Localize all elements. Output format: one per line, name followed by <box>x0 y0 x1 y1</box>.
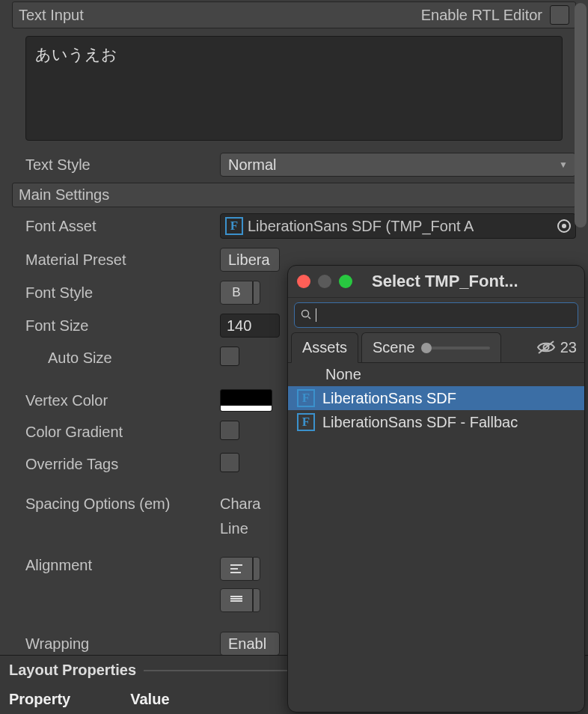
object-picker-icon[interactable] <box>557 219 571 233</box>
text-content-textarea[interactable]: あいうえお <box>25 36 563 141</box>
override-tags-checkbox[interactable] <box>220 453 239 472</box>
material-preset-value: Libera <box>228 251 270 269</box>
list-item-label: None <box>325 366 361 383</box>
list-item-label: LiberationSans SDF <box>322 390 456 407</box>
tab-assets[interactable]: Assets <box>291 332 358 363</box>
text-input-label: Text Input <box>19 7 84 24</box>
list-item-label: LiberationSans SDF - Fallbac <box>322 414 518 431</box>
list-item[interactable]: None <box>288 363 584 386</box>
text-cursor <box>316 308 316 322</box>
enable-rtl-checkbox[interactable] <box>550 5 569 25</box>
font-size-value: 140 <box>227 317 251 335</box>
material-preset-label: Material Preset <box>12 251 214 269</box>
align-top-icon <box>230 595 243 605</box>
popup-title: Select TMP_Font... <box>372 272 518 291</box>
visibility-hidden-icon[interactable] <box>536 340 556 355</box>
layout-col-value: Value <box>130 691 169 708</box>
font-asset-value: LiberationSans SDF (TMP_Font A <box>248 218 474 235</box>
font-size-input[interactable]: 140 <box>220 314 280 338</box>
vertex-color-label: Vertex Color <box>12 392 214 409</box>
auto-size-label: Auto Size <box>12 350 214 367</box>
align-top-button[interactable] <box>220 588 253 612</box>
main-settings-header[interactable]: Main Settings <box>12 183 576 207</box>
font-style-label: Font Style <box>12 284 214 302</box>
wrapping-dropdown[interactable]: Enabl <box>220 632 280 656</box>
list-item[interactable]: F LiberationSans SDF <box>288 386 584 410</box>
popup-tabs: Assets Scene 23 <box>288 332 584 363</box>
font-style-bold-button[interactable]: B <box>220 281 253 305</box>
align-middle-button[interactable] <box>253 588 260 612</box>
override-tags-label: Override Tags <box>12 456 214 473</box>
alignment-label: Alignment <box>12 557 214 574</box>
color-gradient-label: Color Gradient <box>12 424 214 441</box>
font-asset-icon: F <box>225 217 243 235</box>
svg-point-6 <box>302 310 309 317</box>
object-picker-popup: Select TMP_Font... Assets Scene 23 None … <box>287 265 585 713</box>
align-left-button[interactable] <box>220 557 253 581</box>
auto-size-checkbox[interactable] <box>220 347 239 366</box>
popup-search-input[interactable] <box>294 302 578 328</box>
font-style-button-2[interactable] <box>253 281 260 305</box>
layout-col-property: Property <box>9 691 70 708</box>
align-center-button[interactable] <box>253 557 260 581</box>
text-style-label: Text Style <box>12 156 214 174</box>
font-asset-label: Font Asset <box>12 218 214 235</box>
material-preset-dropdown[interactable]: Libera <box>220 248 280 272</box>
wrapping-label: Wrapping <box>12 635 214 653</box>
align-left-icon <box>230 564 243 574</box>
window-minimize-icon[interactable] <box>318 275 331 288</box>
layout-title: Layout Properties <box>9 662 136 679</box>
text-input-header[interactable]: Text Input Enable RTL Editor <box>12 1 576 28</box>
popup-titlebar[interactable]: Select TMP_Font... <box>288 266 584 298</box>
vertex-color-swatch[interactable] <box>220 389 272 412</box>
wrapping-value: Enabl <box>228 635 266 653</box>
font-asset-icon: F <box>297 413 315 431</box>
window-zoom-icon[interactable] <box>339 275 352 288</box>
spacing-label: Spacing Options (em) <box>12 495 214 513</box>
svg-line-7 <box>308 317 310 319</box>
popup-list: None F LiberationSans SDF F LiberationSa… <box>288 363 584 712</box>
search-icon <box>301 309 311 322</box>
scene-size-slider[interactable] <box>423 347 490 350</box>
color-gradient-checkbox[interactable] <box>220 421 239 440</box>
dropdown-caret-icon: ▼ <box>559 159 568 170</box>
main-settings-label: Main Settings <box>19 186 109 204</box>
list-item[interactable]: F LiberationSans SDF - Fallbac <box>288 410 584 434</box>
font-asset-icon: F <box>297 389 315 407</box>
font-asset-field[interactable]: F LiberationSans SDF (TMP_Font A <box>220 213 576 239</box>
tab-scene[interactable]: Scene <box>361 332 501 362</box>
popup-count: 23 <box>560 339 577 356</box>
enable-rtl-label: Enable RTL Editor <box>421 7 542 24</box>
window-close-icon[interactable] <box>297 275 310 288</box>
text-style-dropdown[interactable]: Normal ▼ <box>220 153 576 177</box>
tab-scene-label: Scene <box>373 339 415 356</box>
text-style-value: Normal <box>228 156 276 174</box>
font-size-label: Font Size <box>12 317 214 335</box>
vertical-scrollbar[interactable] <box>575 3 587 228</box>
